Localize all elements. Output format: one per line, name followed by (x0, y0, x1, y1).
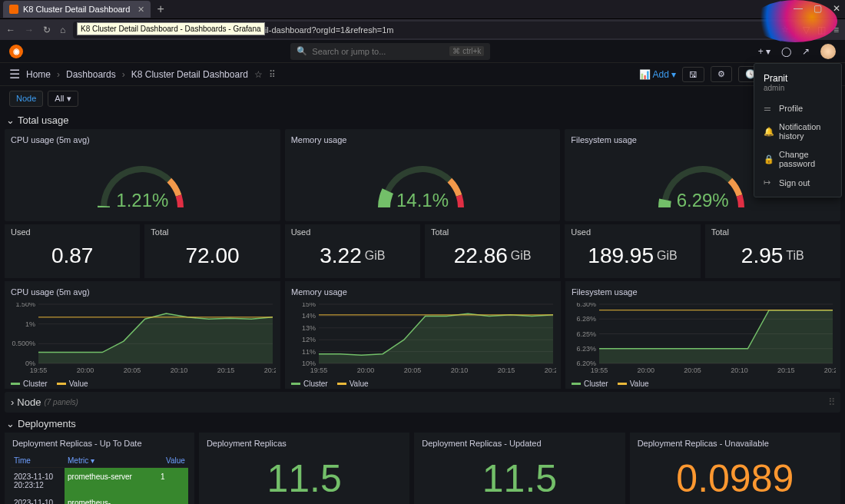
panel-cpu-total[interactable]: Total72.00 (144, 224, 280, 278)
svg-text:20:10: 20:10 (731, 366, 748, 374)
chevron-right-icon: › (11, 396, 14, 408)
svg-text:1%: 1% (25, 320, 35, 328)
panel-fs-total[interactable]: Total2.95TiB (705, 224, 840, 278)
row-total-usage[interactable]: ⌄ Total usage (5, 111, 840, 129)
panel-mem-used[interactable]: Used3.22GiB (285, 224, 420, 278)
svg-text:1.50%: 1.50% (15, 303, 35, 308)
search-icon: 🔍 (297, 46, 307, 56)
svg-text:19:55: 19:55 (591, 366, 608, 374)
max-icon[interactable]: ▢ (814, 3, 822, 14)
panel-deploy-table[interactable]: Deployment Replicas - Up To Date Time Me… (5, 433, 194, 504)
panel-deploy-updated[interactable]: Deployment Replicas - Updated 11.5 (414, 433, 625, 504)
panel-title: CPU usage (5m avg) (9, 132, 276, 151)
row-deployments[interactable]: ⌄ Deployments (5, 415, 840, 433)
bc-home[interactable]: Home (26, 69, 51, 80)
svg-text:20:15: 20:15 (777, 366, 795, 374)
panel-deploy-unavail[interactable]: Deployment Replicas - Unavailable 0.0989 (630, 433, 840, 504)
big-stat-value: 11.5 (205, 454, 403, 503)
svg-text:19:55: 19:55 (30, 366, 48, 374)
search-input[interactable]: 🔍 Search or jump to... ⌘ ctrl+k (290, 43, 490, 60)
avatar[interactable] (820, 44, 836, 59)
ext-icon[interactable]: ◫ (817, 25, 826, 35)
search-kbd: ⌘ ctrl+k (449, 46, 484, 56)
rss-icon[interactable]: ↗ (802, 46, 810, 57)
favicon-icon (9, 5, 18, 14)
tab-close-icon[interactable]: ✕ (138, 5, 144, 15)
star-icon[interactable]: ☆ (254, 69, 263, 80)
svg-text:20:05: 20:05 (404, 366, 422, 374)
svg-text:12%: 12% (302, 336, 316, 343)
svg-text:6.28%: 6.28% (576, 315, 596, 323)
menu-item-change-password[interactable]: 🔒Change password (754, 145, 841, 173)
panel-cpu-ts[interactable]: CPU usage (5m avg) 0%0.500%1%1.50%19:552… (5, 281, 280, 389)
pocket-icon[interactable]: ▽ (803, 25, 810, 35)
bc-dashboards[interactable]: Dashboards (66, 69, 116, 80)
menu-item-notifications[interactable]: 🔔Notification history (754, 118, 841, 145)
save-button[interactable]: 🖫 (682, 67, 704, 82)
gauge-value: 6.29% (653, 190, 753, 211)
big-stat-value: 11.5 (420, 454, 618, 503)
row-node[interactable]: › Node (7 panels) ⠿ (5, 392, 840, 413)
user-menu-role: admin (764, 84, 832, 92)
gauge-value: 1.21% (92, 190, 192, 211)
help-icon[interactable]: ◯ (781, 46, 791, 57)
col-metric[interactable]: Metric ▾ (68, 456, 154, 465)
panel-fs-ts[interactable]: Filesystem usage 6.20%6.23%6.25%6.28%6.3… (565, 281, 840, 389)
panel-fs-used[interactable]: Used189.95GiB (565, 224, 700, 278)
svg-text:20:10: 20:10 (171, 366, 188, 374)
browser-tab[interactable]: K8 Cluster Detail Dashboard ✕ (3, 1, 151, 18)
svg-text:20:05: 20:05 (684, 366, 701, 374)
settings-button[interactable]: ⚙ (711, 66, 732, 82)
panel-cpu-used[interactable]: Used0.87 (5, 224, 140, 278)
user-menu-dropdown: Pranit admin ⚌Profile 🔔Notification hist… (754, 63, 842, 197)
svg-text:11%: 11% (302, 348, 316, 356)
svg-text:20:00: 20:00 (357, 366, 375, 374)
reload-icon[interactable]: ↻ (43, 25, 51, 35)
variable-node-value[interactable]: All ▾ (48, 91, 78, 107)
col-value[interactable]: Value (154, 456, 185, 465)
svg-text:6.23%: 6.23% (576, 345, 596, 353)
tab-title: K8 Cluster Detail Dashboard (23, 5, 130, 14)
back-icon[interactable]: ← (6, 25, 15, 35)
menu-toggle-icon[interactable]: ☰ (9, 67, 20, 81)
svg-text:20:10: 20:10 (451, 366, 469, 374)
user-menu-name: Pranit (764, 73, 832, 84)
svg-text:20:20: 20:20 (824, 366, 836, 374)
menu-item-sign-out[interactable]: ↦Sign out (754, 173, 841, 192)
gauge-value: 14.1% (373, 190, 472, 211)
menu-icon[interactable]: ≡ (833, 25, 839, 35)
drag-handle-icon[interactable]: ⠿ (828, 396, 834, 408)
grafana-logo-icon[interactable]: ◉ (9, 45, 23, 58)
min-icon[interactable]: — (794, 3, 803, 14)
big-stat-value: 0.0989 (636, 454, 834, 503)
home-icon[interactable]: ⌂ (60, 25, 65, 35)
svg-text:19:55: 19:55 (310, 366, 328, 374)
svg-text:20:15: 20:15 (217, 366, 235, 374)
panel-mem-ts[interactable]: Memory usage 10%11%12%13%14%15%19:5520:0… (285, 281, 561, 389)
svg-text:0.500%: 0.500% (12, 340, 35, 347)
add-button[interactable]: 📊 Add ▾ (639, 69, 676, 80)
panel-mem-total[interactable]: Total22.86GiB (425, 224, 560, 278)
panel-deploy-replicas[interactable]: Deployment Replicas 11.5 (199, 433, 409, 504)
svg-text:20:00: 20:00 (638, 366, 655, 374)
svg-text:6.25%: 6.25% (576, 330, 596, 338)
tab-tooltip: K8 Cluster Detail Dashboard - Dashboards… (77, 22, 265, 35)
share-icon[interactable]: ⠿ (269, 69, 276, 80)
plus-icon[interactable]: + ▾ (758, 46, 770, 57)
menu-item-profile[interactable]: ⚌Profile (754, 98, 841, 118)
search-placeholder: Search or jump to... (312, 47, 386, 56)
table-row: 2023-11-10 prometheus- (11, 494, 188, 504)
bell-icon: 🔔 (764, 127, 773, 137)
svg-text:15%: 15% (302, 303, 316, 308)
variable-node-label[interactable]: Node (9, 91, 43, 107)
close-icon[interactable]: ✕ (833, 3, 840, 14)
slider-icon: ⚌ (764, 103, 773, 113)
panel-title: Memory usage (290, 132, 556, 151)
bookmark-icon[interactable]: ☆ (781, 25, 789, 35)
col-time[interactable]: Time (14, 456, 68, 465)
forward-icon[interactable]: → (25, 25, 34, 35)
signout-icon: ↦ (764, 177, 773, 187)
panel-mem-gauge[interactable]: Memory usage 14.1% (285, 129, 561, 221)
new-tab-icon[interactable]: + (157, 2, 164, 16)
panel-cpu-gauge[interactable]: CPU usage (5m avg) 1.21% (5, 129, 280, 221)
